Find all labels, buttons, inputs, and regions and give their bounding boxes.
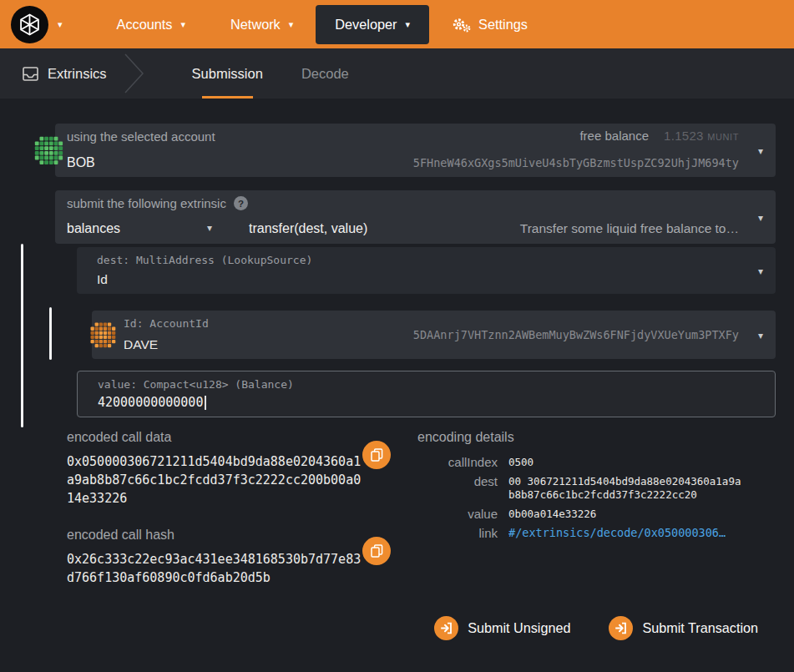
method-description: Transfer some liquid free balance to…	[520, 221, 739, 236]
param-value-field[interactable]: value: Compact<u128> (Balance) 420000000…	[77, 371, 776, 417]
detail-value: 0500	[508, 455, 744, 469]
dest-account-identicon[interactable]	[89, 321, 117, 349]
detail-row-link: link #/extrinsics/decode/0x050000306…	[417, 526, 778, 540]
call-hash-value: 0x26c333c22ec93ac431ee348168530b7d77e83d…	[67, 550, 364, 587]
param-id-account-select[interactable]: Id: AccountId DAVE 5DAAnrj7VHTznn2AWBemM…	[92, 311, 776, 359]
detail-row-dest: dest 00 306721211d5404bd9da88e0204360a1a…	[417, 474, 778, 502]
text-cursor	[205, 396, 206, 410]
value-input[interactable]: 42000000000000	[98, 395, 206, 410]
detail-label: link	[417, 526, 498, 540]
chevron-down-icon: ▾	[406, 19, 411, 30]
app-logo[interactable]	[11, 6, 48, 43]
param-dest-label: dest: MultiAddress (LookupSource)	[97, 254, 312, 266]
section-divider	[124, 52, 145, 95]
pallet-select[interactable]: balances	[67, 221, 120, 236]
account-select[interactable]: using the selected account BOB free bala…	[55, 124, 776, 177]
chevron-down-icon[interactable]: ▾	[758, 330, 763, 341]
nav-accounts[interactable]: Accounts ▾	[94, 0, 209, 48]
top-navbar: ▾ Accounts ▾ Network ▾ Developer ▾	[0, 0, 794, 48]
gear-icon	[452, 17, 471, 33]
encoding-details-rows: callIndex 0500 dest 00 306721211d5404bd9…	[417, 455, 778, 540]
param-dest-value: Id	[97, 272, 108, 287]
detail-row-value: value 0b00a014e33226	[417, 507, 778, 521]
submit-transaction-label: Submit Transaction	[642, 620, 758, 636]
tab-decode-label: Decode	[301, 66, 349, 82]
signin-icon	[609, 616, 633, 640]
encoded-output: encoded call data 0x050000306721211d5404…	[67, 430, 394, 587]
main-menu: Accounts ▾ Network ▾ Developer ▾	[94, 0, 550, 48]
nav-accounts-label: Accounts	[117, 17, 173, 33]
help-icon[interactable]: ?	[234, 196, 248, 210]
extrinsic-select-label: submit the following extrinsic ?	[67, 196, 248, 210]
param-value-label: value: Compact<u128> (Balance)	[98, 378, 294, 391]
detail-value: 0b00a014e33226	[508, 507, 744, 521]
nav-developer[interactable]: Developer ▾	[316, 5, 429, 44]
free-balance-value: 1.1523 MUNIT	[664, 129, 739, 143]
detail-row-callindex: callIndex 0500	[417, 455, 778, 469]
copy-call-data-button[interactable]	[362, 441, 391, 469]
chevron-down-icon[interactable]: ▾	[58, 19, 63, 30]
submit-unsigned-button[interactable]: Submit Unsigned	[434, 616, 570, 640]
call-data-value: 0x050000306721211d5404bd9da88e0204360a1a…	[67, 452, 364, 508]
param-id-label: Id: AccountId	[124, 317, 209, 330]
account-select-label: using the selected account	[67, 129, 215, 144]
chevron-down-icon[interactable]: ▾	[758, 265, 763, 277]
free-balance-label: free balance	[579, 129, 649, 143]
copy-icon	[371, 544, 383, 558]
account-identicon[interactable]	[33, 134, 64, 166]
extrinsics-icon	[23, 67, 38, 81]
dest-account-name: DAVE	[124, 337, 158, 352]
dest-account-address: 5DAAnrj7VHTznn2AWBemMuyBwZWs6FNFjdyVXUeY…	[413, 328, 739, 341]
encoding-details: encoding details callIndex 0500 dest 00 …	[417, 430, 778, 545]
submit-actions: Submit Unsigned Submit Transaction	[434, 616, 758, 640]
tab-bar: Extrinsics Submission Decode	[0, 48, 794, 99]
method-select[interactable]: transfer(dest, value)	[249, 221, 367, 236]
call-hash-title: encoded call hash	[67, 528, 394, 543]
section-extrinsics[interactable]: Extrinsics	[23, 66, 107, 82]
main-content: using the selected account BOB free bala…	[0, 99, 794, 672]
tab-submission[interactable]: Submission	[192, 48, 263, 99]
nav-network-label: Network	[230, 17, 281, 33]
chevron-down-icon: ▾	[289, 19, 294, 30]
nav-settings-label: Settings	[478, 17, 528, 33]
copy-call-hash-button[interactable]	[362, 537, 391, 565]
chevron-down-icon: ▾	[181, 19, 186, 30]
tab-decode[interactable]: Decode	[301, 48, 349, 99]
param-nesting-line	[21, 244, 23, 427]
chevron-down-icon[interactable]: ▾	[758, 212, 763, 224]
submit-unsigned-label: Submit Unsigned	[468, 620, 570, 636]
extrinsics-page: ▾ Accounts ▾ Network ▾ Developer ▾	[0, 0, 794, 672]
nav-settings[interactable]: Settings	[429, 0, 550, 48]
detail-label: dest	[417, 474, 498, 488]
nav-network[interactable]: Network ▾	[208, 0, 316, 48]
param-dest-select[interactable]: dest: MultiAddress (LookupSource) Id ▾	[77, 247, 776, 294]
detail-label: callIndex	[417, 455, 498, 469]
account-name: BOB	[67, 155, 95, 170]
chevron-down-icon[interactable]: ▾	[207, 222, 212, 234]
nav-developer-label: Developer	[335, 17, 397, 33]
submit-transaction-button[interactable]: Submit Transaction	[609, 616, 758, 640]
chevron-down-icon[interactable]: ▾	[758, 145, 763, 157]
free-balance: free balance 1.1523 MUNIT	[579, 129, 739, 143]
param-nesting-line	[49, 307, 52, 360]
account-address: 5FHneW46xGXgs5mUiveU4sbTyGBzmstUspZC92Uh…	[413, 156, 739, 169]
detail-label: value	[417, 507, 498, 521]
extrinsic-select: submit the following extrinsic ? balance…	[55, 190, 776, 244]
decode-link[interactable]: #/extrinsics/decode/0x050000306…	[508, 526, 726, 539]
detail-value: 00 306721211d5404bd9da88e0204360a1a9ab8b…	[508, 474, 744, 502]
encoding-details-title: encoding details	[417, 430, 778, 445]
signin-icon	[434, 616, 458, 640]
call-data-title: encoded call data	[67, 430, 394, 445]
tab-submission-label: Submission	[192, 66, 263, 82]
section-title: Extrinsics	[48, 66, 107, 82]
logo-icon	[11, 6, 48, 43]
copy-icon	[371, 448, 383, 462]
